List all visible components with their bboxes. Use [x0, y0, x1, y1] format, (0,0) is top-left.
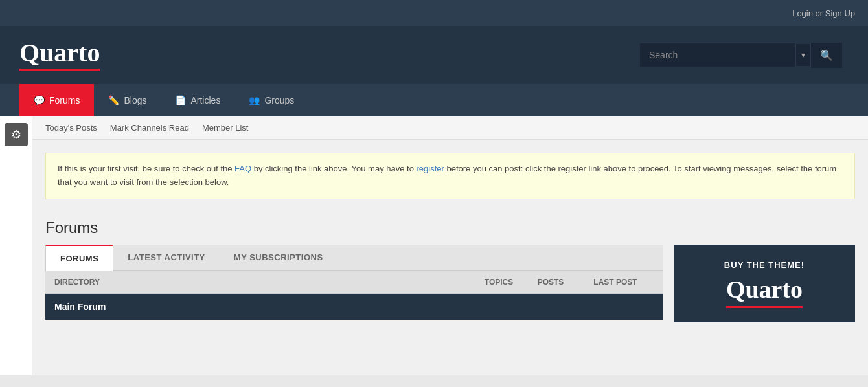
- breadcrumb-todays-posts[interactable]: Today's Posts: [45, 123, 97, 133]
- tab-forums[interactable]: FORUMS: [45, 245, 113, 271]
- tabs-and-sidebar: FORUMS LATEST ACTIVITY MY SUBSCRIPTIONS …: [32, 245, 868, 322]
- nav-label-blogs: Blogs: [124, 95, 146, 105]
- tab-bar: FORUMS LATEST ACTIVITY MY SUBSCRIPTIONS: [45, 245, 663, 271]
- search-input[interactable]: [640, 43, 795, 67]
- search-button[interactable]: 🔍: [810, 43, 842, 68]
- nav-label-groups: Groups: [264, 95, 294, 105]
- th-posts: Posts: [525, 278, 577, 287]
- tabs-main: FORUMS LATEST ACTIVITY MY SUBSCRIPTIONS …: [45, 245, 663, 322]
- breadcrumb-bar: Today's Posts Mark Channels Read Member …: [32, 116, 868, 140]
- th-lastpost: Last Post: [577, 278, 654, 287]
- nav-item-forums[interactable]: 💬 Forums: [19, 84, 94, 116]
- nav-item-articles[interactable]: 📄 Articles: [161, 84, 234, 116]
- ad-buy-label: BUY THE THEME!: [724, 260, 805, 270]
- forums-section-title: Forums: [32, 212, 868, 245]
- nav-item-blogs[interactable]: ✏️ Blogs: [94, 84, 161, 116]
- blogs-icon: ✏️: [108, 95, 119, 105]
- nav-label-forums: Forums: [49, 95, 80, 105]
- tab-my-subscriptions[interactable]: MY SUBSCRIPTIONS: [220, 245, 337, 270]
- ad-logo-text: Quarto: [726, 275, 803, 304]
- logo-container: Quarto: [19, 40, 100, 71]
- login-signup-link[interactable]: Login or Sign Up: [792, 8, 855, 18]
- main-content: Today's Posts Mark Channels Read Member …: [32, 116, 868, 375]
- breadcrumb-member-list[interactable]: Member List: [202, 123, 249, 133]
- nav-item-groups[interactable]: 👥 Groups: [234, 84, 308, 116]
- ad-logo-container: Quarto: [726, 275, 803, 308]
- faq-link[interactable]: FAQ: [234, 164, 251, 173]
- articles-icon: 📄: [175, 95, 186, 105]
- main-forum-row[interactable]: Main Forum: [45, 294, 663, 320]
- breadcrumb-mark-channels[interactable]: Mark Channels Read: [110, 123, 189, 133]
- sidebar-ad: BUY THE THEME! Quarto: [674, 245, 855, 322]
- site-logo: Quarto: [19, 40, 100, 66]
- notice-box: If this is your first visit, be sure to …: [45, 153, 855, 199]
- nav-bar: 💬 Forums ✏️ Blogs 📄 Articles 👥 Groups: [0, 84, 868, 116]
- gear-button[interactable]: ⚙: [5, 123, 28, 146]
- nav-label-articles: Articles: [190, 95, 220, 105]
- header: Quarto ▾ 🔍: [0, 26, 868, 84]
- forums-icon: 💬: [34, 95, 45, 105]
- top-bar: Login or Sign Up: [0, 0, 868, 26]
- table-header: Directory Topics Posts Last Post: [45, 271, 663, 294]
- register-link[interactable]: register: [417, 164, 444, 173]
- th-directory: Directory: [54, 278, 473, 287]
- tab-latest-activity[interactable]: LATEST ACTIVITY: [113, 245, 219, 270]
- notice-text-after-faq: by clicking the link above. You may have…: [251, 164, 416, 173]
- page-wrapper: ⚙ Today's Posts Mark Channels Read Membe…: [0, 116, 868, 375]
- logo-underline: [19, 69, 100, 71]
- ad-logo-underline: [726, 306, 803, 308]
- groups-icon: 👥: [249, 95, 260, 105]
- sidebar-gear: ⚙: [0, 116, 32, 375]
- search-dropdown-button[interactable]: ▾: [795, 44, 810, 66]
- notice-text-before-faq: If this is your first visit, be sure to …: [58, 164, 234, 173]
- th-topics: Topics: [473, 278, 525, 287]
- search-container: ▾ 🔍: [640, 43, 842, 68]
